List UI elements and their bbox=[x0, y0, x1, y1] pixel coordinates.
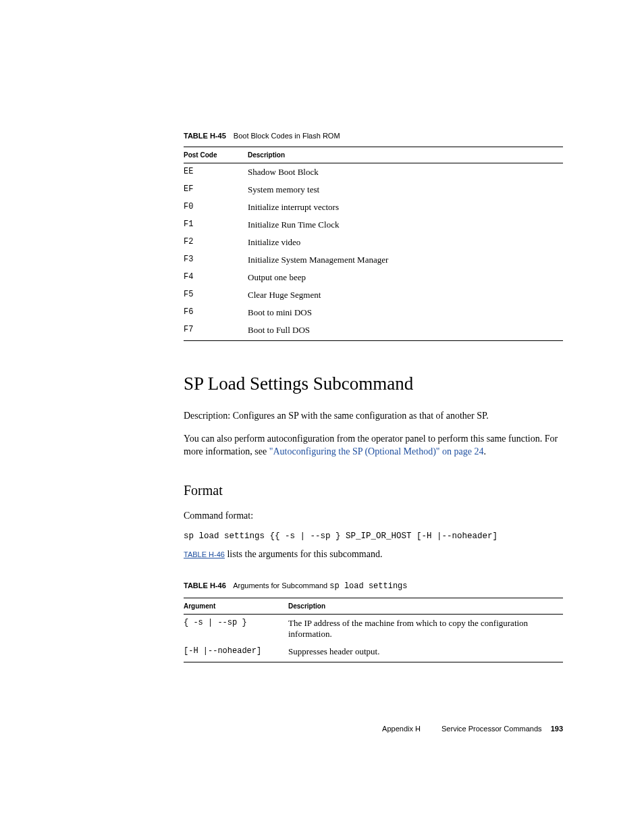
cell-code: F4 bbox=[184, 269, 248, 286]
footer-title: Service Processor Commands bbox=[441, 725, 542, 733]
cell-desc: The IP address of the machine from which… bbox=[288, 614, 563, 643]
cell-arg: [-H |--noheader] bbox=[184, 643, 288, 662]
cell-code: F3 bbox=[184, 251, 248, 269]
cell-desc: Suppresses header output. bbox=[288, 643, 563, 662]
table-row: { -s | --sp }The IP address of the machi… bbox=[184, 614, 563, 643]
cell-code: EF bbox=[184, 181, 248, 199]
cell-desc: System memory test bbox=[248, 181, 563, 199]
reference-text: lists the arguments for this subcommand. bbox=[225, 549, 382, 559]
table-title: Boot Block Codes in Flash ROM bbox=[234, 132, 340, 140]
cell-code: F1 bbox=[184, 216, 248, 234]
cell-desc: Clear Huge Segment bbox=[248, 286, 563, 304]
cell-desc: Initialize Run Time Clock bbox=[248, 216, 563, 234]
table-row: F5Clear Huge Segment bbox=[184, 286, 563, 304]
format-intro: Command format: bbox=[184, 509, 563, 523]
paragraph-text: . bbox=[483, 446, 486, 457]
cell-desc: Initialize interrupt vectors bbox=[248, 199, 563, 216]
table-h45: Post Code Description EEShadow Boot Bloc… bbox=[184, 147, 563, 341]
cell-code: F5 bbox=[184, 286, 248, 304]
table-row: F0Initialize interrupt vectors bbox=[184, 199, 563, 216]
cell-desc: Shadow Boot Block bbox=[248, 163, 563, 182]
table-title: Arguments for Subcommand bbox=[233, 581, 329, 590]
cell-code: F6 bbox=[184, 304, 248, 321]
autoconfig-link[interactable]: "Autoconfiguring the SP (Optional Method… bbox=[269, 446, 484, 457]
table-title-mono: sp load settings bbox=[329, 581, 407, 591]
th-description: Description bbox=[248, 147, 563, 163]
table-label: TABLE H-45 bbox=[184, 132, 226, 140]
cell-desc: Initialize video bbox=[248, 234, 563, 251]
cell-desc: Output one beep bbox=[248, 269, 563, 286]
cell-code: F2 bbox=[184, 234, 248, 251]
cell-code: F7 bbox=[184, 321, 248, 341]
table-h46-link[interactable]: TABLE H-46 bbox=[184, 550, 225, 558]
command-syntax: sp load settings {{ -s | --sp } SP_IP_OR… bbox=[184, 531, 563, 541]
th-post-code: Post Code bbox=[184, 147, 248, 163]
cell-arg: { -s | --sp } bbox=[184, 614, 288, 643]
section-heading: SP Load Settings Subcommand bbox=[184, 373, 563, 394]
page-footer: Appendix H Service Processor Commands 19… bbox=[382, 725, 563, 733]
table-row: EEShadow Boot Block bbox=[184, 163, 563, 182]
table-h46-caption: TABLE H-46 Arguments for Subcommand sp l… bbox=[184, 581, 563, 591]
table-row: F2Initialize video bbox=[184, 234, 563, 251]
footer-appendix: Appendix H bbox=[382, 725, 421, 733]
info-paragraph: You can also perform autoconfiguration f… bbox=[184, 432, 563, 459]
th-description: Description bbox=[288, 598, 563, 614]
description-paragraph: Description: Configures an SP with the s… bbox=[184, 409, 563, 423]
cell-code: EE bbox=[184, 163, 248, 182]
table-row: F4Output one beep bbox=[184, 269, 563, 286]
table-row: F6Boot to mini DOS bbox=[184, 304, 563, 321]
table-reference: TABLE H-46 lists the arguments for this … bbox=[184, 548, 563, 561]
table-row: F3Initialize System Management Manager bbox=[184, 251, 563, 269]
cell-desc: Boot to Full DOS bbox=[248, 321, 563, 341]
table-row: F7Boot to Full DOS bbox=[184, 321, 563, 341]
cell-desc: Boot to mini DOS bbox=[248, 304, 563, 321]
table-h45-caption: TABLE H-45 Boot Block Codes in Flash ROM bbox=[184, 132, 563, 140]
table-row: [-H |--noheader]Suppresses header output… bbox=[184, 643, 563, 662]
table-label: TABLE H-46 bbox=[184, 581, 226, 590]
page-number: 193 bbox=[551, 725, 563, 733]
table-h46: Argument Description { -s | --sp }The IP… bbox=[184, 598, 563, 662]
cell-code: F0 bbox=[184, 199, 248, 216]
th-argument: Argument bbox=[184, 598, 288, 614]
format-heading: Format bbox=[184, 483, 563, 498]
cell-desc: Initialize System Management Manager bbox=[248, 251, 563, 269]
table-row: F1Initialize Run Time Clock bbox=[184, 216, 563, 234]
table-row: EFSystem memory test bbox=[184, 181, 563, 199]
